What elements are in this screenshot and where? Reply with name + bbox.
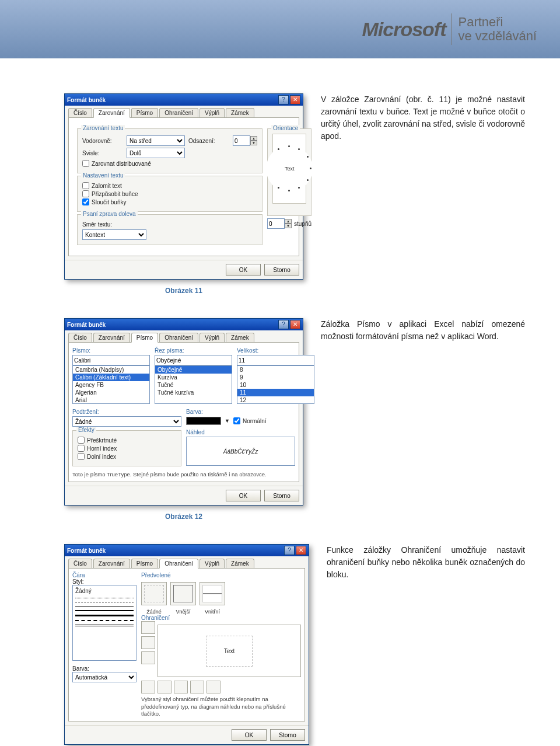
border-vcenter-button[interactable]	[174, 681, 188, 693]
font-input[interactable]	[72, 355, 150, 365]
text-direction-select[interactable]: Kontext	[82, 229, 146, 240]
wrap-text-checkbox[interactable]	[82, 182, 89, 189]
preset-none-button[interactable]	[141, 582, 167, 605]
merge-cells-checkbox[interactable]	[82, 198, 89, 205]
list-item[interactable]	[75, 620, 134, 621]
close-button[interactable]: ✕	[290, 320, 300, 329]
list-item[interactable]: Kurzíva	[155, 374, 232, 381]
style-listbox[interactable]: Obyčejné Kurzíva Tučné Tučné kurzíva	[155, 365, 232, 404]
font-listbox[interactable]: Cambria (Nadpisy) Calibri (Základní text…	[72, 365, 150, 404]
list-item[interactable]	[75, 602, 134, 602]
list-item[interactable]: Agency FB	[73, 381, 149, 389]
tab-fill[interactable]: Výplň	[200, 108, 225, 118]
list-item[interactable]: Cambria (Nadpisy)	[73, 366, 149, 374]
dialog-titlebar[interactable]: Formát buněk ?✕	[65, 545, 309, 556]
help-button[interactable]: ?	[278, 95, 289, 104]
list-item[interactable]	[75, 610, 134, 611]
ok-button[interactable]: OK	[232, 729, 267, 741]
size-listbox[interactable]: 8 9 10 11 12 14	[237, 365, 314, 404]
preset-inside-button[interactable]	[200, 582, 225, 605]
degrees-value[interactable]	[267, 218, 285, 229]
style-input[interactable]	[155, 355, 232, 365]
dialog-titlebar[interactable]: Formát buněk ? ✕	[65, 94, 303, 106]
list-item[interactable]: Tučné	[155, 381, 232, 389]
list-item[interactable]: Algerian	[73, 389, 149, 396]
list-item[interactable]: Calibri (Základní text)	[73, 374, 149, 381]
tab-font[interactable]: Písmo	[131, 333, 158, 343]
list-item[interactable]: 8	[237, 366, 314, 374]
spinner-up-icon[interactable]: ▲	[250, 136, 257, 141]
border-diag2-button[interactable]	[206, 681, 220, 693]
line-style-listbox[interactable]: Žádný	[72, 585, 136, 661]
border-preview[interactable]: Text	[158, 625, 301, 677]
list-item[interactable]	[75, 606, 134, 606]
list-item[interactable]: 9	[237, 374, 314, 381]
list-item[interactable]	[75, 615, 134, 616]
tab-alignment[interactable]: Zarovnání	[93, 108, 130, 118]
tab-fill[interactable]: Výplň	[200, 333, 225, 343]
spinner-up-icon[interactable]: ▲	[285, 219, 292, 224]
tab-number[interactable]: Číslo	[68, 333, 92, 343]
tab-number[interactable]: Číslo	[68, 108, 92, 118]
tab-protection[interactable]: Zámek	[226, 108, 254, 118]
border-top-button[interactable]	[141, 621, 155, 634]
help-button[interactable]: ?	[278, 320, 289, 329]
orientation-dial[interactable]: Text	[272, 134, 306, 204]
color-swatch[interactable]	[186, 417, 221, 425]
indent-spinner[interactable]: ▲▼	[233, 135, 257, 146]
tab-border[interactable]: Ohraničení	[159, 333, 198, 343]
tab-protection[interactable]: Zámek	[226, 559, 254, 569]
strikethrough-checkbox[interactable]	[78, 437, 85, 444]
size-input[interactable]	[237, 355, 314, 365]
close-button[interactable]: ✕	[296, 546, 306, 555]
indent-value[interactable]	[233, 135, 250, 146]
list-item[interactable]: 11	[237, 389, 314, 396]
cancel-button[interactable]: Storno	[270, 729, 305, 741]
border-right-button[interactable]	[190, 681, 204, 693]
ok-button[interactable]: OK	[226, 264, 261, 276]
orientation-group: Orientace	[267, 128, 312, 216]
list-item[interactable]: Tučné kurzíva	[155, 389, 232, 396]
list-item[interactable]	[75, 625, 134, 626]
tab-border[interactable]: Ohraničení	[159, 108, 198, 118]
superscript-checkbox[interactable]	[78, 445, 85, 452]
list-item[interactable]: Arial	[73, 396, 149, 404]
list-item[interactable]: 12	[237, 396, 314, 404]
tab-alignment[interactable]: Zarovnání	[93, 333, 130, 343]
justify-distributed-checkbox[interactable]	[82, 160, 89, 167]
tab-border[interactable]: Ohraničení	[159, 559, 198, 569]
border-bottom-button[interactable]	[141, 651, 155, 664]
subscript-checkbox[interactable]	[78, 453, 85, 460]
shrink-fit-checkbox[interactable]	[82, 190, 89, 197]
preset-outline-button[interactable]	[170, 582, 196, 605]
vertical-select[interactable]: Dolů	[127, 148, 185, 158]
cancel-button[interactable]: Storno	[264, 490, 299, 501]
spinner-down-icon[interactable]: ▼	[285, 224, 292, 228]
tab-fill[interactable]: Výplň	[200, 559, 225, 569]
brand-block: Microsoft Partneři ve vzdělávání	[362, 13, 537, 45]
tab-number[interactable]: Číslo	[68, 559, 92, 569]
horizontal-select[interactable]: Na střed	[127, 135, 185, 146]
section-3-description: Funkce záložky Ohraničení umožňuje nasta…	[327, 544, 525, 581]
border-diag1-button[interactable]	[141, 681, 155, 693]
list-item[interactable]: Žádný	[75, 588, 134, 594]
normal-font-checkbox[interactable]	[233, 417, 240, 424]
border-color-select[interactable]: Automatická	[72, 672, 136, 682]
border-middle-button[interactable]	[141, 636, 155, 649]
dialog-titlebar[interactable]: Formát buněk ?✕	[65, 319, 303, 330]
tab-font[interactable]: Písmo	[131, 108, 158, 118]
list-item[interactable]: 10	[237, 381, 314, 389]
ok-button[interactable]: OK	[226, 490, 261, 501]
tab-font[interactable]: Písmo	[131, 559, 158, 569]
spinner-down-icon[interactable]: ▼	[250, 141, 257, 145]
close-button[interactable]: ✕	[290, 95, 300, 104]
underline-select[interactable]: Žádné	[72, 416, 181, 427]
tab-protection[interactable]: Zámek	[226, 333, 254, 343]
tab-alignment[interactable]: Zarovnání	[93, 559, 130, 569]
border-left-button[interactable]	[158, 681, 172, 693]
list-item[interactable]	[75, 598, 134, 598]
degrees-spinner[interactable]: ▲▼	[267, 218, 292, 229]
cancel-button[interactable]: Storno	[264, 264, 299, 276]
help-button[interactable]: ?	[284, 546, 295, 555]
list-item[interactable]: Obyčejné	[155, 366, 232, 374]
